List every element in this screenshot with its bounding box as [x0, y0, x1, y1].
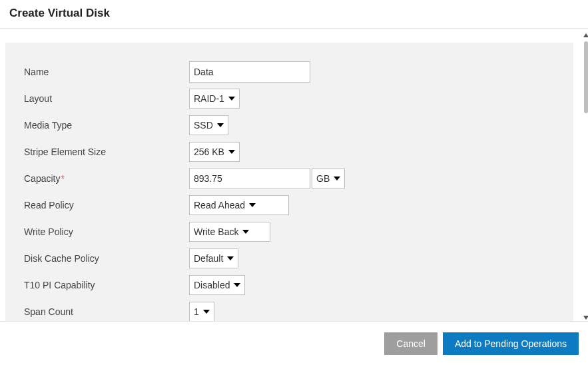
required-asterisk: *: [61, 173, 64, 184]
disk-cache-select-value: Default: [194, 253, 223, 264]
media-type-select[interactable]: SSD: [189, 115, 228, 135]
chevron-down-icon: [217, 123, 224, 127]
row-read-policy: Read Policy Read Ahead: [24, 192, 555, 218]
name-input[interactable]: [189, 61, 310, 83]
layout-select-value: RAID-1: [194, 93, 224, 104]
chevron-down-icon: [203, 310, 210, 314]
span-count-select[interactable]: 1: [189, 302, 214, 321]
scrollbar[interactable]: [584, 32, 588, 321]
capacity-unit-select-value: GB: [316, 173, 330, 184]
row-layout: Layout RAID-1: [24, 85, 555, 112]
scroll-thumb[interactable]: [584, 41, 588, 113]
dialog-body: Name Layout RAID-1 Media Type SSD: [0, 32, 588, 321]
read-policy-select[interactable]: Read Ahead: [189, 195, 289, 215]
span-count-select-value: 1: [194, 306, 199, 317]
header-divider: [0, 28, 588, 29]
chevron-down-icon: [334, 177, 340, 181]
add-to-pending-button[interactable]: Add to Pending Operations: [443, 332, 579, 355]
label-write-policy: Write Policy: [24, 226, 189, 237]
media-type-select-value: SSD: [194, 120, 213, 131]
row-write-policy: Write Policy Write Back: [24, 218, 555, 245]
label-capacity: Capacity*: [24, 173, 189, 184]
form-panel: Name Layout RAID-1 Media Type SSD: [5, 43, 573, 321]
scroll-up-icon[interactable]: [583, 33, 588, 37]
label-t10: T10 PI Capability: [24, 280, 189, 290]
chevron-down-icon: [228, 150, 235, 154]
chevron-down-icon: [234, 283, 240, 287]
label-disk-cache: Disk Cache Policy: [24, 253, 189, 264]
label-layout: Layout: [24, 93, 189, 104]
row-disk-cache: Disk Cache Policy Default: [24, 245, 555, 272]
row-t10: T10 PI Capability Disabled: [24, 272, 555, 298]
chevron-down-icon: [249, 203, 256, 207]
row-stripe: Stripe Element Size 256 KB: [24, 139, 555, 165]
chevron-down-icon: [227, 256, 234, 260]
cancel-button[interactable]: Cancel: [384, 332, 438, 355]
row-media: Media Type SSD: [24, 112, 555, 139]
label-span-count: Span Count: [24, 306, 189, 317]
disk-cache-select[interactable]: Default: [189, 248, 238, 268]
write-policy-select[interactable]: Write Back: [189, 222, 270, 242]
label-capacity-text: Capacity: [24, 173, 60, 184]
t10-select[interactable]: Disabled: [189, 275, 245, 295]
layout-select[interactable]: RAID-1: [189, 89, 240, 109]
row-capacity: Capacity* GB: [24, 165, 555, 192]
dialog-footer: Cancel Add to Pending Operations: [0, 321, 588, 365]
label-name: Name: [24, 67, 189, 77]
stripe-size-select[interactable]: 256 KB: [189, 142, 240, 162]
label-stripe: Stripe Element Size: [24, 147, 189, 157]
dialog-title: Create Virtual Disk: [0, 0, 588, 20]
label-read-policy: Read Policy: [24, 200, 189, 210]
stripe-size-select-value: 256 KB: [194, 147, 224, 157]
row-name: Name: [24, 59, 555, 85]
t10-select-value: Disabled: [194, 280, 230, 290]
row-span-count: Span Count 1: [24, 298, 555, 321]
label-media: Media Type: [24, 120, 189, 131]
capacity-unit-select[interactable]: GB: [312, 169, 345, 188]
chevron-down-icon: [242, 230, 249, 234]
capacity-input[interactable]: [189, 168, 310, 189]
write-policy-select-value: Write Back: [194, 226, 238, 237]
chevron-down-icon: [228, 97, 235, 101]
read-policy-select-value: Read Ahead: [194, 200, 245, 210]
scroll-down-icon[interactable]: [583, 316, 588, 320]
